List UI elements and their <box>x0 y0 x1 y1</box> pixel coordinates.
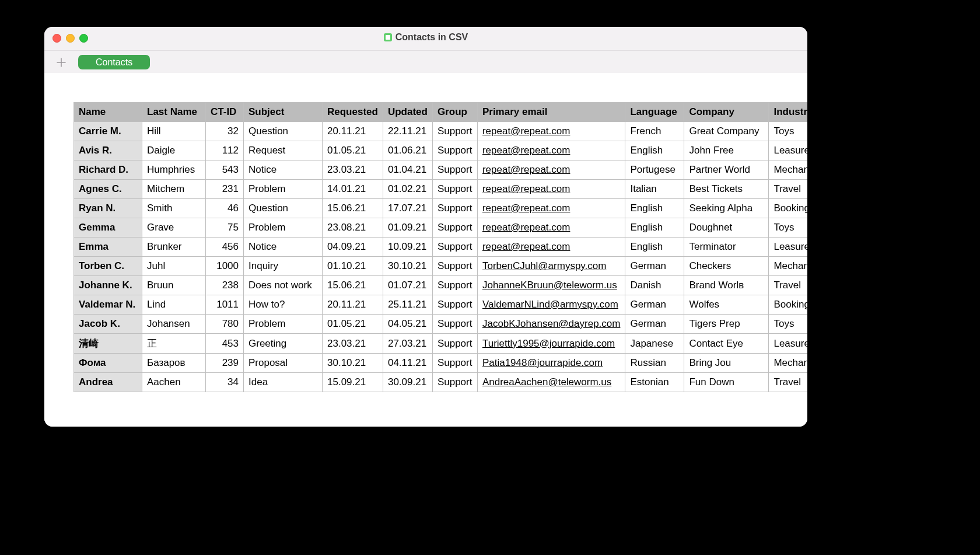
cell-name[interactable]: Johanne K. <box>74 276 142 295</box>
cell-industry[interactable]: Booking <box>769 199 807 218</box>
cell-lastname[interactable]: Johansen <box>142 315 206 334</box>
email-link[interactable]: Patia1948@jourrapide.com <box>482 357 603 368</box>
cell-group[interactable]: Support <box>432 334 477 354</box>
cell-email[interactable]: repeat@repeat.com <box>477 141 625 160</box>
cell-updated[interactable]: 01.06.21 <box>383 141 432 160</box>
cell-ctid[interactable]: 780 <box>206 315 244 334</box>
cell-subject[interactable]: Question <box>244 199 323 218</box>
cell-lastname[interactable]: Daigle <box>142 141 206 160</box>
cell-ctid[interactable]: 231 <box>206 180 244 199</box>
cell-lastname[interactable]: 正 <box>142 334 206 354</box>
cell-company[interactable]: Tigers Prep <box>684 315 769 334</box>
cell-company[interactable]: Brand Worlв <box>684 276 769 295</box>
cell-subject[interactable]: Problem <box>244 218 323 238</box>
email-link[interactable]: Turiettly1995@jourrapide.com <box>482 338 615 349</box>
cell-ctid[interactable]: 239 <box>206 354 244 373</box>
spreadsheet-canvas[interactable]: Name Last Name CT-ID Subject Requested U… <box>44 73 807 427</box>
email-link[interactable]: repeat@repeat.com <box>482 125 570 137</box>
cell-name[interactable]: Gemma <box>74 218 142 238</box>
cell-language[interactable]: German <box>625 257 684 276</box>
cell-language[interactable]: English <box>625 238 684 257</box>
cell-industry[interactable]: Toys <box>769 218 807 238</box>
cell-name[interactable]: Torben C. <box>74 257 142 276</box>
cell-email[interactable]: repeat@repeat.com <box>477 160 625 180</box>
cell-subject[interactable]: Notice <box>244 160 323 180</box>
cell-industry[interactable]: Booking <box>769 295 807 315</box>
cell-subject[interactable]: Problem <box>244 315 323 334</box>
cell-ctid[interactable]: 1000 <box>206 257 244 276</box>
cell-group[interactable]: Support <box>432 257 477 276</box>
cell-subject[interactable]: Does not work <box>244 276 323 295</box>
cell-ctid[interactable]: 32 <box>206 122 244 141</box>
cell-name[interactable]: Фома <box>74 354 142 373</box>
cell-email[interactable]: AndreaAachen@teleworm.us <box>477 373 625 392</box>
cell-updated[interactable]: 04.05.21 <box>383 315 432 334</box>
col-header-ctid[interactable]: CT-ID <box>206 103 244 122</box>
cell-ctid[interactable]: 238 <box>206 276 244 295</box>
col-header-requested[interactable]: Requested <box>323 103 383 122</box>
cell-lastname[interactable]: Brunker <box>142 238 206 257</box>
cell-language[interactable]: Danish <box>625 276 684 295</box>
cell-requested[interactable]: 01.10.21 <box>323 257 383 276</box>
cell-email[interactable]: repeat@repeat.com <box>477 218 625 238</box>
cell-group[interactable]: Support <box>432 160 477 180</box>
cell-company[interactable]: Doughnet <box>684 218 769 238</box>
email-link[interactable]: repeat@repeat.com <box>482 222 570 233</box>
cell-language[interactable]: English <box>625 199 684 218</box>
cell-ctid[interactable]: 456 <box>206 238 244 257</box>
cell-language[interactable]: German <box>625 295 684 315</box>
cell-email[interactable]: ValdemarNLind@armyspy.com <box>477 295 625 315</box>
col-header-company[interactable]: Company <box>684 103 769 122</box>
cell-ctid[interactable]: 453 <box>206 334 244 354</box>
cell-group[interactable]: Support <box>432 238 477 257</box>
cell-requested[interactable]: 20.11.21 <box>323 295 383 315</box>
cell-updated[interactable]: 01.04.21 <box>383 160 432 180</box>
col-header-name[interactable]: Name <box>74 103 142 122</box>
cell-lastname[interactable]: Juhl <box>142 257 206 276</box>
cell-industry[interactable]: Mechanics <box>769 257 807 276</box>
cell-industry[interactable]: Toys <box>769 122 807 141</box>
email-link[interactable]: AndreaAachen@teleworm.us <box>482 376 611 388</box>
cell-lastname[interactable]: Smith <box>142 199 206 218</box>
email-link[interactable]: TorbenCJuhl@armyspy.com <box>482 260 607 271</box>
email-link[interactable]: JohanneKBruun@teleworm.us <box>482 280 617 291</box>
cell-updated[interactable]: 04.11.21 <box>383 354 432 373</box>
cell-industry[interactable]: Leasure <box>769 334 807 354</box>
cell-name[interactable]: 清崎 <box>74 334 142 354</box>
cell-language[interactable]: French <box>625 122 684 141</box>
col-header-group[interactable]: Group <box>432 103 477 122</box>
email-link[interactable]: repeat@repeat.com <box>482 203 570 214</box>
cell-language[interactable]: Italian <box>625 180 684 199</box>
cell-updated[interactable]: 25.11.21 <box>383 295 432 315</box>
cell-lastname[interactable]: Bruun <box>142 276 206 295</box>
cell-language[interactable]: English <box>625 218 684 238</box>
cell-requested[interactable]: 04.09.21 <box>323 238 383 257</box>
cell-requested[interactable]: 30.10.21 <box>323 354 383 373</box>
cell-name[interactable]: Jacob K. <box>74 315 142 334</box>
cell-updated[interactable]: 22.11.21 <box>383 122 432 141</box>
cell-email[interactable]: JacobKJohansen@dayrep.com <box>477 315 625 334</box>
cell-requested[interactable]: 15.06.21 <box>323 276 383 295</box>
col-header-email[interactable]: Primary email <box>477 103 625 122</box>
cell-requested[interactable]: 23.08.21 <box>323 218 383 238</box>
cell-company[interactable]: Contact Eye <box>684 334 769 354</box>
email-link[interactable]: repeat@repeat.com <box>482 241 570 252</box>
cell-language[interactable]: Estonian <box>625 373 684 392</box>
cell-group[interactable]: Support <box>432 141 477 160</box>
email-link[interactable]: repeat@repeat.com <box>482 145 570 156</box>
cell-requested[interactable]: 23.03.21 <box>323 334 383 354</box>
cell-requested[interactable]: 23.03.21 <box>323 160 383 180</box>
cell-group[interactable]: Support <box>432 373 477 392</box>
cell-company[interactable]: Seeking Alpha <box>684 199 769 218</box>
cell-lastname[interactable]: Mitchem <box>142 180 206 199</box>
cell-updated[interactable]: 01.07.21 <box>383 276 432 295</box>
cell-subject[interactable]: Inquiry <box>244 257 323 276</box>
cell-industry[interactable]: Travel <box>769 373 807 392</box>
cell-ctid[interactable]: 112 <box>206 141 244 160</box>
cell-company[interactable]: Bring Jou <box>684 354 769 373</box>
col-header-language[interactable]: Language <box>625 103 684 122</box>
cell-group[interactable]: Support <box>432 295 477 315</box>
cell-updated[interactable]: 10.09.21 <box>383 238 432 257</box>
cell-group[interactable]: Support <box>432 199 477 218</box>
cell-group[interactable]: Support <box>432 354 477 373</box>
